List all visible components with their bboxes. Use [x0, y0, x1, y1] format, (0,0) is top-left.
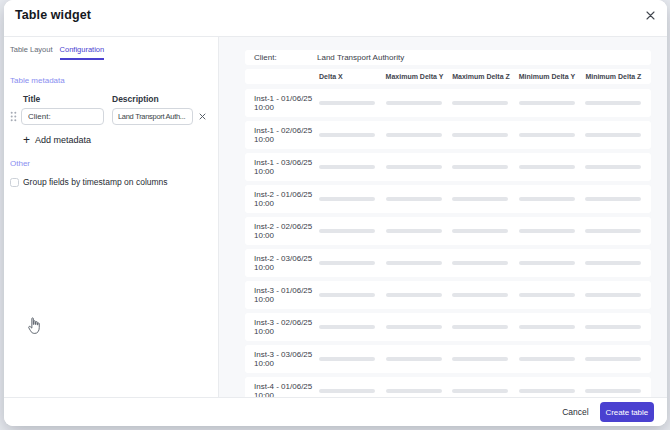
placeholder-cell: [517, 357, 584, 361]
placeholder-bar: [585, 293, 641, 297]
table-widget-modal: Table widget Table LayoutConfiguration T…: [4, 0, 667, 426]
placeholder-bar: [386, 389, 442, 393]
placeholder-cell: [450, 293, 517, 297]
section-table-metadata: Table metadata: [10, 76, 210, 85]
close-button[interactable]: [643, 9, 657, 22]
placeholder-cell: [317, 357, 384, 361]
placeholder-bar: [386, 197, 442, 201]
close-icon: [646, 11, 655, 20]
placeholder-bar: [386, 261, 442, 265]
placeholder-cell: [317, 261, 384, 265]
placeholder-bar: [452, 389, 508, 393]
placeholder-cell: [384, 389, 451, 393]
placeholder-bar: [386, 229, 442, 233]
placeholder-bar: [519, 389, 575, 393]
preview-table-row: Inst-3 - 01/06/2510:00: [245, 281, 651, 309]
placeholder-cell: [517, 389, 584, 393]
placeholder-cell: [384, 133, 451, 137]
placeholder-cell: [384, 261, 451, 265]
placeholder-cell: [317, 133, 384, 137]
placeholder-cell: [583, 165, 650, 169]
placeholder-bar: [319, 325, 375, 329]
placeholder-bar: [452, 229, 508, 233]
placeholder-bar: [452, 293, 508, 297]
placeholder-cell: [517, 261, 584, 265]
placeholder-bar: [319, 357, 375, 361]
placeholder-cell: [450, 101, 517, 105]
drag-handle-icon[interactable]: [10, 111, 17, 122]
add-metadata-label: Add metadata: [35, 135, 91, 145]
remove-icon: [199, 113, 206, 120]
cancel-button[interactable]: Cancel: [562, 407, 588, 417]
placeholder-cell: [517, 325, 584, 329]
placeholder-cell: [317, 293, 384, 297]
placeholder-cell: [517, 197, 584, 201]
placeholder-bar: [585, 101, 641, 105]
group-fields-checkbox[interactable]: [10, 178, 19, 187]
placeholder-cell: [450, 133, 517, 137]
client-value: Land Transport Authority: [317, 53, 404, 62]
row-label: Inst-4 - 01/06/2510:00: [245, 382, 317, 398]
placeholder-bar: [319, 389, 375, 393]
metadata-description-input[interactable]: [112, 108, 193, 125]
preview-panel: Client: Land Transport Authority Delta X…: [219, 37, 667, 397]
placeholder-bar: [585, 229, 641, 233]
placeholder-bar: [519, 325, 575, 329]
placeholder-cell: [317, 197, 384, 201]
metadata-title-input[interactable]: [21, 108, 104, 125]
column-header: Minimum Delta Y: [517, 73, 584, 80]
placeholder-cell: [384, 229, 451, 233]
column-header: Maximum Delta Y: [384, 73, 451, 80]
placeholder-bar: [585, 261, 641, 265]
placeholder-bar: [452, 357, 508, 361]
placeholder-bar: [519, 357, 575, 361]
create-table-button[interactable]: Create table: [600, 402, 654, 422]
placeholder-bar: [319, 101, 375, 105]
placeholder-cell: [583, 229, 650, 233]
placeholder-bar: [452, 165, 508, 169]
placeholder-cell: [450, 165, 517, 169]
placeholder-cell: [450, 357, 517, 361]
preview-table-row: Inst-2 - 01/06/2510:00: [245, 185, 651, 213]
group-fields-option[interactable]: Group fields by timestamp on columns: [10, 177, 210, 187]
placeholder-cell: [517, 293, 584, 297]
placeholder-cell: [384, 165, 451, 169]
placeholder-bar: [585, 357, 641, 361]
preview-table-row: Inst-2 - 03/06/2510:00: [245, 249, 651, 277]
row-label: Inst-3 - 02/06/2510:00: [245, 318, 317, 337]
placeholder-cell: [517, 101, 584, 105]
row-label: Inst-3 - 01/06/2510:00: [245, 286, 317, 305]
row-label: Inst-1 - 02/06/2510:00: [245, 126, 317, 145]
row-label: Inst-1 - 01/06/2510:00: [245, 94, 317, 113]
modal-footer: Cancel Create table: [4, 397, 667, 426]
placeholder-bar: [585, 197, 641, 201]
placeholder-bar: [452, 261, 508, 265]
column-header: Delta X: [317, 73, 384, 80]
row-label: Inst-1 - 03/06/2510:00: [245, 158, 317, 177]
modal-body: Table LayoutConfiguration Table metadata…: [4, 37, 667, 397]
placeholder-cell: [317, 165, 384, 169]
placeholder-cell: [583, 293, 650, 297]
preview-table-row: Inst-1 - 01/06/2510:00: [245, 89, 651, 117]
placeholder-bar: [519, 261, 575, 265]
placeholder-bar: [519, 101, 575, 105]
tabs: Table LayoutConfiguration: [10, 45, 210, 60]
tab-configuration[interactable]: Configuration: [60, 45, 105, 60]
tab-table-layout[interactable]: Table Layout: [10, 45, 53, 60]
placeholder-cell: [583, 133, 650, 137]
configuration-panel: Table LayoutConfiguration Table metadata…: [4, 37, 219, 397]
placeholder-cell: [583, 101, 650, 105]
placeholder-cell: [517, 165, 584, 169]
placeholder-cell: [450, 325, 517, 329]
placeholder-bar: [585, 389, 641, 393]
placeholder-bar: [319, 261, 375, 265]
metadata-row: [10, 108, 210, 125]
placeholder-cell: [517, 229, 584, 233]
placeholder-cell: [583, 197, 650, 201]
placeholder-cell: [450, 261, 517, 265]
remove-metadata-button[interactable]: [199, 113, 206, 120]
placeholder-cell: [384, 357, 451, 361]
add-metadata-button[interactable]: + Add metadata: [23, 135, 210, 145]
placeholder-bar: [319, 165, 375, 169]
placeholder-cell: [317, 389, 384, 393]
